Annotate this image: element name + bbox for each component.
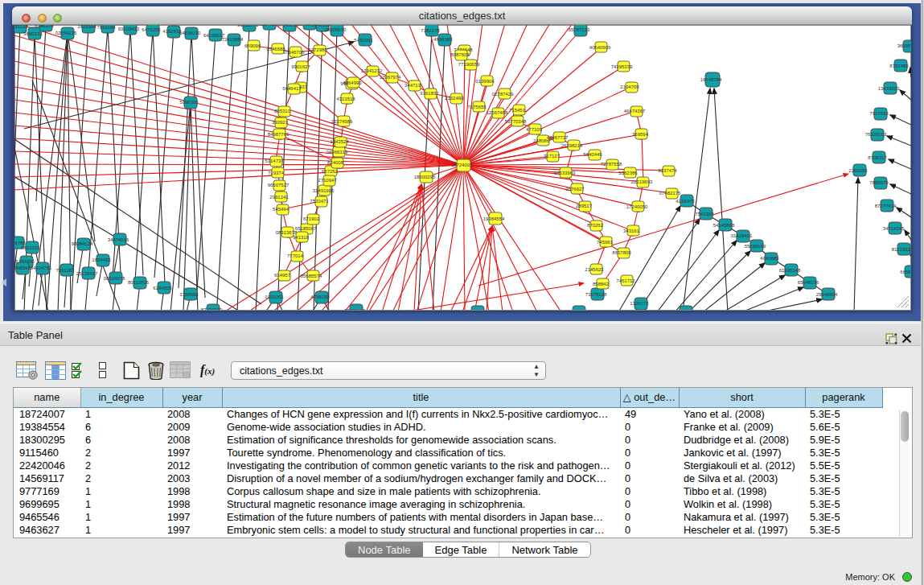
svg-text:7889579: 7889579	[869, 180, 889, 185]
svg-text:59770348: 59770348	[505, 119, 527, 124]
svg-text:858842: 858842	[593, 282, 610, 286]
svg-text:0576627: 0576627	[565, 187, 585, 192]
svg-text:97848018: 97848018	[277, 25, 299, 27]
svg-text:1226916: 1226916	[258, 25, 277, 27]
svg-text:26398214: 26398214	[561, 143, 583, 148]
svg-text:73178108: 73178108	[585, 292, 607, 297]
svg-text:5646417: 5646417	[282, 86, 302, 91]
svg-text:22219693: 22219693	[631, 179, 653, 184]
svg-text:7917693: 7917693	[869, 111, 889, 116]
svg-text:34874016: 34874016	[108, 237, 129, 242]
svg-text:3387262: 3387262	[568, 309, 587, 310]
svg-text:4964990: 4964990	[343, 80, 362, 85]
svg-text:4216073: 4216073	[676, 199, 695, 204]
svg-text:1031051: 1031051	[265, 295, 284, 299]
svg-text:317127: 317127	[544, 154, 561, 159]
svg-text:5562386: 5562386	[618, 171, 638, 175]
svg-text:8708317: 8708317	[868, 155, 887, 160]
svg-text:9361832: 9361832	[420, 91, 439, 96]
svg-text:8721489: 8721489	[889, 64, 909, 68]
svg-text:634957: 634957	[274, 273, 291, 278]
svg-text:7175655: 7175655	[467, 105, 487, 109]
svg-text:29946804: 29946804	[816, 292, 838, 297]
svg-text:77190659: 77190659	[458, 62, 480, 67]
svg-text:55698169: 55698169	[745, 244, 766, 249]
svg-text:36995777: 36995777	[897, 43, 911, 48]
svg-text:13433200: 13433200	[878, 86, 900, 91]
svg-text:93103413: 93103413	[118, 27, 140, 31]
svg-text:65787133: 65787133	[569, 27, 590, 32]
svg-text:19384554: 19384554	[483, 216, 505, 221]
svg-text:61595148: 61595148	[779, 268, 801, 273]
svg-text:9237474: 9237474	[658, 168, 677, 173]
svg-text:2991241: 2991241	[269, 195, 289, 200]
svg-text:8087603: 8087603	[450, 52, 470, 57]
svg-text:477109: 477109	[526, 127, 543, 132]
svg-text:3158692: 3158692	[179, 292, 199, 297]
svg-text:84987769: 84987769	[268, 132, 290, 137]
svg-text:18300295: 18300295	[414, 175, 436, 179]
svg-text:76320163: 76320163	[865, 132, 887, 137]
svg-text:7543303: 7543303	[695, 212, 714, 216]
svg-text:5314737: 5314737	[265, 159, 284, 163]
svg-text:02654235: 02654235	[55, 31, 77, 35]
svg-text:37631165: 37631165	[344, 308, 366, 310]
svg-text:9600133: 9600133	[23, 31, 43, 36]
svg-text:6658760: 6658760	[900, 270, 911, 274]
svg-text:01429401: 01429401	[731, 233, 753, 238]
svg-text:657262: 657262	[322, 169, 339, 174]
svg-text:4738299: 4738299	[310, 295, 330, 299]
svg-text:2260256: 2260256	[848, 168, 868, 173]
svg-text:5098393: 5098393	[179, 100, 199, 105]
svg-text:745961: 745961	[597, 240, 614, 245]
svg-text:5840449: 5840449	[583, 152, 602, 157]
svg-text:23374989: 23374989	[331, 119, 353, 124]
svg-text:5430391: 5430391	[354, 38, 373, 43]
svg-text:98084124: 98084124	[72, 241, 93, 246]
svg-text:1326773: 1326773	[630, 301, 649, 306]
svg-text:671902: 671902	[303, 216, 320, 221]
svg-text:2710947: 2710947	[318, 178, 337, 183]
svg-text:6272980: 6272980	[308, 47, 327, 52]
svg-text:48467737: 48467737	[547, 135, 569, 140]
svg-text:7182278: 7182278	[421, 28, 440, 33]
svg-text:07482175: 07482175	[659, 191, 681, 196]
svg-text:04966319: 04966319	[326, 150, 348, 154]
svg-text:96507527: 96507527	[268, 183, 290, 187]
svg-text:2102499: 2102499	[445, 96, 464, 101]
svg-text:0139904: 0139904	[475, 79, 495, 84]
svg-text:40640909: 40640909	[589, 45, 611, 50]
svg-text:1824493: 1824493	[92, 257, 111, 262]
svg-text:0433218: 0433218	[14, 25, 28, 29]
svg-text:12567468: 12567468	[487, 110, 508, 115]
svg-text:777014: 777014	[287, 253, 304, 258]
svg-text:46474367: 46474367	[624, 109, 646, 113]
svg-text:824008: 824008	[327, 160, 344, 165]
svg-text:8657809: 8657809	[612, 250, 631, 255]
svg-text:16648784: 16648784	[700, 77, 722, 82]
svg-text:65185067: 65185067	[295, 226, 317, 231]
svg-text:805310: 805310	[274, 109, 291, 113]
svg-text:02787429: 02787429	[492, 92, 514, 97]
svg-text:1343524: 1343524	[330, 139, 349, 144]
svg-text:4060883: 4060883	[760, 256, 779, 261]
svg-text:330923: 330923	[272, 120, 289, 125]
svg-text:669096: 669096	[244, 43, 261, 48]
svg-text:7451712: 7451712	[616, 278, 635, 283]
svg-text:6475255: 6475255	[142, 27, 161, 32]
svg-text:6998543: 6998543	[14, 266, 31, 270]
svg-text:67533963: 67533963	[554, 171, 576, 175]
svg-text:7991183: 7991183	[56, 268, 76, 273]
svg-text:2145623: 2145623	[585, 267, 604, 272]
svg-text:6204505: 6204505	[153, 286, 172, 290]
svg-text:25135427: 25135427	[76, 271, 98, 276]
svg-text:4896383: 4896383	[433, 37, 453, 42]
svg-text:0812191: 0812191	[21, 245, 40, 250]
svg-text:4313518: 4313518	[336, 97, 355, 101]
svg-text:545494: 545494	[273, 207, 290, 212]
svg-text:37346706: 37346706	[283, 50, 305, 55]
svg-text:1615594: 1615594	[77, 25, 97, 29]
svg-text:13341232: 13341232	[361, 68, 383, 73]
svg-text:369594: 369594	[632, 132, 649, 137]
svg-text:00524278: 00524278	[104, 276, 125, 281]
